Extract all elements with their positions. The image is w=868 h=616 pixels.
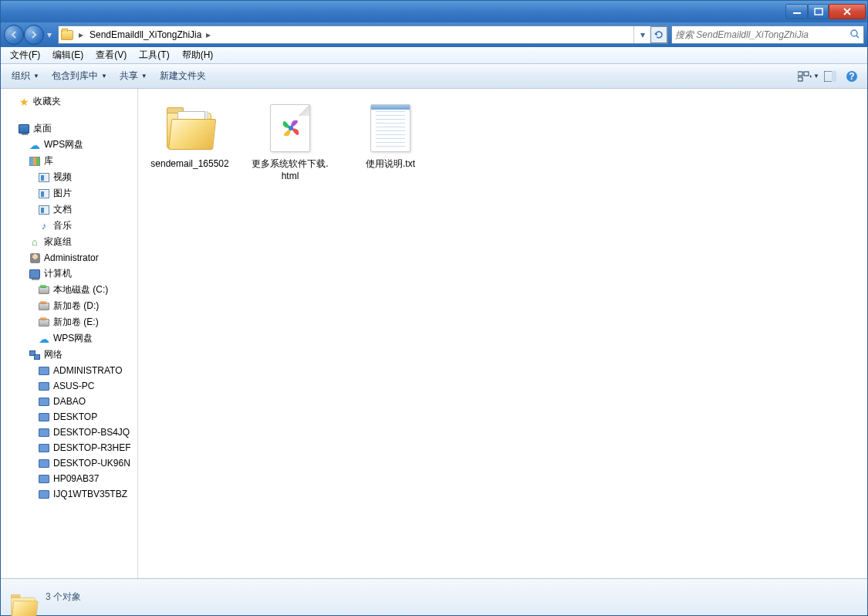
sidebar-net-pc[interactable]: ADMINISTRATO [1, 363, 137, 378]
netpc-icon [38, 411, 50, 423]
sidebar-homegroup[interactable]: ⌂家庭组 [1, 234, 137, 250]
netpc-icon [38, 426, 50, 438]
cloud-icon: ☁ [29, 139, 41, 151]
sidebar-net-pc[interactable]: DABAO [1, 394, 137, 409]
netpc-icon [38, 395, 50, 408]
svg-text:?: ? [849, 71, 854, 82]
search-icon[interactable] [849, 29, 860, 42]
sidebar-drive-e[interactable]: 新加卷 (E:) [1, 314, 137, 330]
navigation-pane: ★收藏夹 桌面 ☁WPS网盘 库 视频 图片 文档 ♪音乐 ⌂家庭组 Admin… [1, 89, 138, 578]
sidebar-admin[interactable]: Administrator [1, 250, 137, 266]
sidebar-drive-d[interactable]: 新加卷 (D:) [1, 298, 137, 314]
breadcrumb-folder[interactable]: SendEmaildll_XiTongZhiJia [86, 26, 203, 43]
sidebar-computer[interactable]: 计算机 [1, 266, 137, 282]
share-button[interactable]: 共享▼ [113, 66, 154, 86]
refresh-button[interactable] [650, 26, 667, 43]
folder-icon [159, 101, 221, 155]
network-icon [29, 349, 41, 361]
html-file-icon [259, 101, 321, 155]
file-item-html[interactable]: 更多系统软件下载.html [248, 98, 333, 185]
netpc-icon [38, 380, 50, 392]
sidebar-documents[interactable]: 文档 [1, 201, 137, 218]
star-icon: ★ [18, 96, 30, 108]
new-folder-button[interactable]: 新建文件夹 [154, 66, 212, 86]
sidebar-drive-c[interactable]: 本地磁盘 (C:) [1, 282, 137, 298]
sidebar-music[interactable]: ♪音乐 [1, 218, 137, 234]
sidebar-pictures[interactable]: 图片 [1, 185, 137, 201]
sidebar-net-pc[interactable]: IJQ1WTBV35TBZ [1, 486, 137, 502]
history-dropdown[interactable]: ▾ [44, 25, 55, 45]
netpc-icon [38, 472, 50, 485]
view-mode-button[interactable]: ▼ [798, 67, 819, 86]
video-icon [38, 171, 50, 184]
svg-rect-0 [793, 12, 801, 14]
file-item-txt[interactable]: 使用说明.txt [348, 98, 433, 185]
sidebar-net-pc[interactable]: HP09AB37 [1, 471, 137, 486]
nav-arrows: ▾ [4, 25, 55, 45]
file-label: 更多系统软件下载.html [251, 158, 329, 182]
sidebar-wps2[interactable]: ☁WPS网盘 [1, 330, 137, 347]
sidebar-net-pc[interactable]: DESKTOP [1, 409, 137, 425]
svg-rect-3 [798, 72, 802, 76]
sidebar-net-pc[interactable]: DESKTOP-BS4JQ [1, 425, 137, 440]
titlebar [1, 1, 867, 22]
netpc-icon [38, 442, 50, 454]
address-dropdown[interactable]: ▾ [633, 26, 650, 43]
drive-icon [38, 300, 50, 313]
svg-rect-4 [804, 72, 809, 76]
netpc-icon [38, 457, 50, 469]
organize-button[interactable]: 组织▼ [5, 66, 46, 86]
menu-help[interactable]: 帮助(H) [176, 47, 220, 63]
svg-rect-7 [832, 71, 836, 82]
svg-point-2 [851, 30, 857, 36]
music-icon: ♪ [38, 220, 50, 232]
sidebar-libraries[interactable]: 库 [1, 153, 137, 169]
sidebar-videos[interactable]: 视频 [1, 169, 137, 185]
status-text: 3 个对象 [46, 591, 81, 604]
picture-icon [38, 188, 50, 200]
include-library-button[interactable]: 包含到库中▼ [46, 66, 113, 86]
sidebar-net-pc[interactable]: DESKTOP-UK96N [1, 455, 137, 471]
folder-icon [59, 26, 76, 43]
svg-rect-1 [815, 8, 822, 15]
address-bar[interactable]: ▸ SendEmaildll_XiTongZhiJia ▸ ▾ [58, 25, 668, 44]
drive-icon [38, 316, 50, 329]
desktop-icon [18, 123, 30, 135]
help-button[interactable]: ? [841, 67, 863, 86]
menu-tools[interactable]: 工具(T) [133, 47, 175, 63]
search-box[interactable] [671, 25, 864, 44]
txt-file-icon [360, 101, 421, 155]
file-item-folder[interactable]: sendemail_165502 [147, 98, 232, 185]
menu-file[interactable]: 文件(F) [4, 47, 46, 63]
sidebar-desktop[interactable]: 桌面 [1, 120, 137, 137]
body-area: ★收藏夹 桌面 ☁WPS网盘 库 视频 图片 文档 ♪音乐 ⌂家庭组 Admin… [1, 89, 867, 578]
file-list[interactable]: sendemail_165502 更多系统软件下载.html [138, 89, 867, 578]
sidebar-network[interactable]: 网络 [1, 347, 137, 363]
maximize-button[interactable] [808, 4, 829, 19]
libraries-icon [29, 155, 41, 168]
back-button[interactable] [4, 25, 24, 45]
navbar: ▾ ▸ SendEmaildll_XiTongZhiJia ▸ ▾ [1, 22, 867, 47]
minimize-button[interactable] [785, 4, 808, 19]
breadcrumb-sep[interactable]: ▸ [203, 29, 214, 40]
forward-button[interactable] [24, 25, 44, 45]
computer-icon [29, 268, 41, 280]
search-input[interactable] [675, 29, 849, 40]
cloud-icon: ☁ [38, 333, 50, 345]
user-icon [29, 252, 41, 264]
preview-pane-button[interactable] [819, 67, 841, 86]
file-label: 使用说明.txt [366, 158, 415, 171]
sidebar-favorites[interactable]: ★收藏夹 [1, 93, 137, 110]
menu-view[interactable]: 查看(V) [90, 47, 133, 63]
breadcrumb-sep[interactable]: ▸ [76, 29, 86, 40]
close-button[interactable] [829, 4, 866, 19]
netpc-icon [38, 488, 50, 500]
drive-icon [38, 284, 50, 296]
toolbar: 组织▼ 包含到库中▼ 共享▼ 新建文件夹 ▼ ? [1, 64, 867, 89]
sidebar-net-pc[interactable]: ASUS-PC [1, 378, 137, 394]
document-icon [38, 204, 50, 216]
menu-edit[interactable]: 编辑(E) [46, 47, 90, 63]
explorer-window: ▾ ▸ SendEmaildll_XiTongZhiJia ▸ ▾ 文件(F) … [0, 0, 868, 616]
sidebar-net-pc[interactable]: DESKTOP-R3HEF [1, 440, 137, 455]
sidebar-wps[interactable]: ☁WPS网盘 [1, 137, 137, 153]
